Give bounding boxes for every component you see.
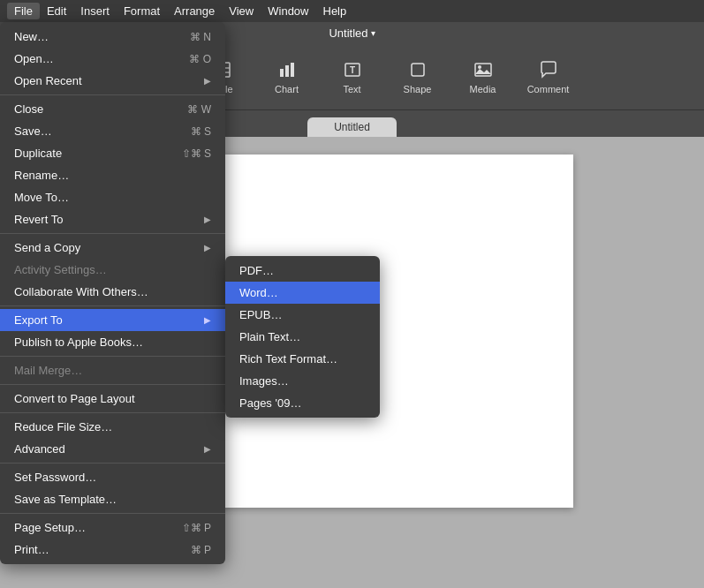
menu-view[interactable]: View: [222, 3, 261, 19]
advanced-arrow-icon: ▶: [204, 444, 211, 454]
export-plain-text-label: Plain Text…: [239, 330, 300, 343]
menu-item-save-template[interactable]: Save as Template…: [0, 488, 225, 510]
menu-item-move-to-label: Move To…: [14, 191, 69, 204]
menu-item-mail-merge-label: Mail Merge…: [14, 364, 82, 377]
export-pages-09[interactable]: Pages '09…: [225, 392, 380, 414]
menu-item-page-setup[interactable]: Page Setup… ⇧⌘ P: [0, 516, 225, 539]
svg-rect-9: [280, 69, 284, 77]
menu-item-page-setup-shortcut: ⇧⌘ P: [182, 522, 211, 534]
menu-item-close-label: Close: [14, 102, 43, 116]
document-tab[interactable]: Untitled: [307, 117, 397, 137]
toolbar-shape[interactable]: Shape: [396, 59, 440, 94]
menu-item-convert-page[interactable]: Convert to Page Layout: [0, 388, 225, 410]
export-pdf-label: PDF…: [239, 264, 274, 277]
export-submenu: PDF… Word… EPUB… Plain Text… Rich Text F…: [225, 256, 380, 418]
menu-item-close[interactable]: Close ⌘ W: [0, 98, 225, 120]
menu-item-print-label: Print…: [14, 543, 49, 556]
menu-item-advanced[interactable]: Advanced ▶: [0, 438, 225, 460]
divider-8: [0, 513, 225, 514]
revert-arrow-icon: ▶: [204, 215, 211, 224]
menu-window[interactable]: Window: [261, 3, 315, 19]
export-epub[interactable]: EPUB…: [225, 304, 380, 326]
menu-item-new-label: New…: [14, 30, 49, 43]
toolbar-comment-label: Comment: [527, 84, 570, 94]
menu-item-move-to[interactable]: Move To…: [0, 186, 225, 208]
export-images-label: Images…: [239, 374, 289, 388]
file-menu: New… ⌘ N Open… ⌘ O Open Recent ▶ Close ⌘…: [0, 22, 225, 564]
svg-rect-11: [291, 63, 294, 77]
menu-help[interactable]: Help: [316, 3, 354, 19]
export-plain-text[interactable]: Plain Text…: [225, 326, 380, 348]
menu-item-reduce-size[interactable]: Reduce File Size…: [0, 416, 225, 438]
menu-edit[interactable]: Edit: [40, 3, 73, 19]
menu-item-publish-books-label: Publish to Apple Books…: [14, 335, 143, 349]
menu-item-new-shortcut: ⌘ N: [190, 31, 211, 43]
menu-item-set-password[interactable]: Set Password…: [0, 466, 225, 488]
menu-item-save-template-label: Save as Template…: [14, 493, 117, 506]
menu-item-reduce-size-label: Reduce File Size…: [14, 420, 112, 433]
menu-item-publish-books[interactable]: Publish to Apple Books…: [0, 331, 225, 353]
menu-item-print[interactable]: Print… ⌘ P: [0, 539, 225, 561]
menu-item-open-recent-label: Open Recent: [14, 74, 82, 87]
export-word[interactable]: Word…: [225, 282, 380, 304]
menu-format[interactable]: Format: [117, 3, 167, 19]
export-pdf[interactable]: PDF…: [225, 260, 380, 282]
divider-2: [0, 233, 225, 234]
menu-item-collaborate[interactable]: Collaborate With Others…: [0, 281, 225, 303]
divider-5: [0, 384, 225, 385]
menu-item-rename[interactable]: Rename…: [0, 164, 225, 186]
menu-item-advanced-label: Advanced: [14, 442, 65, 456]
menu-item-open[interactable]: Open… ⌘ O: [0, 48, 225, 70]
menu-item-new[interactable]: New… ⌘ N: [0, 26, 225, 48]
export-pages-09-label: Pages '09…: [239, 396, 301, 410]
menu-item-collaborate-label: Collaborate With Others…: [14, 285, 148, 298]
menu-item-mail-merge[interactable]: Mail Merge…: [0, 359, 225, 381]
comment-icon: [538, 59, 559, 80]
toolbar-shape-label: Shape: [404, 84, 432, 94]
menu-item-duplicate[interactable]: Duplicate ⇧⌘ S: [0, 142, 225, 164]
toolbar-text[interactable]: T Text: [330, 59, 375, 94]
menu-item-rename-label: Rename…: [14, 169, 69, 182]
menu-item-duplicate-shortcut: ⇧⌘ S: [182, 147, 211, 160]
menu-item-page-setup-label: Page Setup…: [14, 521, 86, 534]
divider-6: [0, 412, 225, 413]
doc-title-text: Untitled: [329, 26, 367, 40]
send-copy-arrow-icon: ▶: [204, 243, 211, 253]
menu-item-open-recent[interactable]: Open Recent ▶: [0, 70, 225, 92]
toolbar-comment[interactable]: Comment: [526, 59, 571, 94]
menu-item-activity-settings[interactable]: Activity Settings…: [0, 259, 225, 281]
toolbar-text-label: Text: [343, 84, 360, 94]
menu-item-send-copy-label: Send a Copy: [14, 241, 80, 254]
export-rtf-label: Rich Text Format…: [239, 352, 337, 366]
doc-title[interactable]: Untitled ▾: [329, 26, 375, 40]
menu-item-send-copy[interactable]: Send a Copy ▶: [0, 237, 225, 259]
divider-1: [0, 94, 225, 95]
menu-item-activity-settings-label: Activity Settings…: [14, 263, 107, 276]
svg-point-16: [478, 65, 481, 69]
text-icon: T: [342, 59, 363, 80]
menu-file[interactable]: File: [7, 3, 40, 19]
export-epub-label: EPUB…: [239, 308, 282, 321]
toolbar-media[interactable]: Media: [461, 59, 505, 94]
export-to-arrow-icon: ▶: [204, 315, 211, 325]
menu-item-close-shortcut: ⌘ W: [187, 103, 211, 116]
menu-item-open-label: Open…: [14, 52, 54, 65]
menu-item-save-label: Save…: [14, 124, 52, 138]
menu-insert[interactable]: Insert: [73, 3, 117, 19]
menu-arrange[interactable]: Arrange: [167, 3, 222, 19]
svg-rect-14: [412, 64, 424, 76]
open-recent-arrow-icon: ▶: [204, 76, 211, 86]
toolbar-chart-label: Chart: [275, 84, 299, 94]
export-word-label: Word…: [239, 286, 278, 299]
svg-text:T: T: [349, 65, 354, 75]
divider-3: [0, 305, 225, 306]
export-rtf[interactable]: Rich Text Format…: [225, 348, 380, 370]
menu-item-save[interactable]: Save… ⌘ S: [0, 120, 225, 142]
menu-item-print-shortcut: ⌘ P: [191, 544, 211, 556]
export-images[interactable]: Images…: [225, 370, 380, 392]
menu-item-revert[interactable]: Revert To ▶: [0, 208, 225, 230]
divider-7: [0, 463, 225, 464]
toolbar-chart[interactable]: Chart: [265, 59, 309, 94]
menu-item-export-to[interactable]: Export To ▶: [0, 309, 225, 331]
divider-4: [0, 356, 225, 357]
